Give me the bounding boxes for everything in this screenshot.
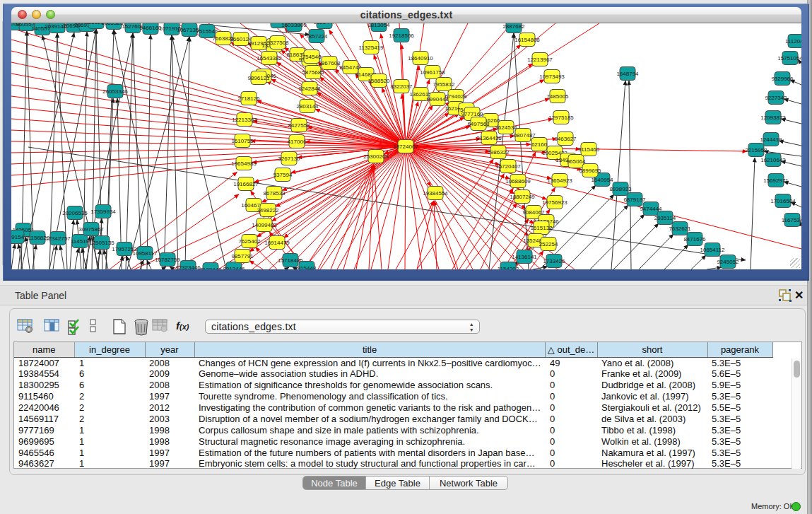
svg-text:15751054: 15751054 xyxy=(777,55,801,62)
svg-text:16154808: 16154808 xyxy=(514,37,540,43)
svg-text:417006: 417006 xyxy=(288,139,307,145)
svg-text:1588520: 1588520 xyxy=(367,78,390,84)
svg-text:7625402: 7625402 xyxy=(238,238,261,245)
svg-text:2718126: 2718126 xyxy=(237,95,260,102)
svg-text:16914479: 16914479 xyxy=(264,240,290,246)
svg-text:754546: 754546 xyxy=(302,54,322,60)
svg-text:9327508: 9327508 xyxy=(266,40,289,46)
svg-text:7632621: 7632621 xyxy=(669,226,691,232)
svg-text:7485005: 7485005 xyxy=(546,93,569,100)
svg-text:9242848: 9242848 xyxy=(298,86,321,92)
svg-text:10973493: 10973493 xyxy=(539,74,565,80)
svg-text:3624534: 3624534 xyxy=(495,124,517,131)
svg-text:5875685: 5875685 xyxy=(302,69,324,76)
svg-text:18807249: 18807249 xyxy=(510,194,535,200)
svg-text:2887682: 2887682 xyxy=(502,23,525,30)
svg-text:62160: 62160 xyxy=(531,141,548,148)
svg-text:6497568: 6497568 xyxy=(467,121,490,127)
svg-text:10958117: 10958117 xyxy=(133,250,158,257)
svg-text:19756923: 19756923 xyxy=(542,199,567,206)
svg-text:1615132: 1615132 xyxy=(530,225,553,231)
svg-text:12323446: 12323446 xyxy=(175,264,201,270)
svg-text:9123447: 9123447 xyxy=(313,23,336,25)
svg-text:39154: 39154 xyxy=(11,234,25,240)
svg-text:9329966: 9329966 xyxy=(771,76,794,82)
svg-text:1112045: 1112045 xyxy=(785,38,801,45)
svg-text:19384554: 19384554 xyxy=(423,190,448,197)
svg-text:18724007: 18724007 xyxy=(393,144,418,150)
svg-text:8678533: 8678533 xyxy=(263,190,286,197)
svg-text:1648794: 1648794 xyxy=(616,71,639,77)
svg-text:14099483: 14099483 xyxy=(252,222,277,228)
svg-text:30975867: 30975867 xyxy=(78,226,104,233)
svg-text:965064: 965064 xyxy=(567,158,586,165)
svg-text:7955812: 7955812 xyxy=(433,81,455,88)
svg-text:9463627: 9463627 xyxy=(554,136,577,142)
svg-text:1610755: 1610755 xyxy=(231,138,254,144)
svg-text:8813054: 8813054 xyxy=(367,23,390,28)
svg-text:9123448: 9123448 xyxy=(199,267,222,270)
svg-text:16210643: 16210643 xyxy=(760,157,786,163)
svg-text:915448: 915448 xyxy=(298,265,317,270)
svg-text:10961758: 10961758 xyxy=(420,69,445,76)
svg-text:6899695: 6899695 xyxy=(579,168,601,174)
svg-text:12975185: 12975185 xyxy=(548,115,574,121)
svg-text:9115460: 9115460 xyxy=(578,146,600,153)
svg-text:16782759: 16782759 xyxy=(155,257,180,263)
svg-text:10654112: 10654112 xyxy=(700,247,726,253)
svg-text:19166827: 19166827 xyxy=(233,181,259,187)
svg-text:11325419: 11325419 xyxy=(359,45,384,51)
svg-text:9245052: 9245052 xyxy=(717,259,739,265)
svg-text:8913446: 8913446 xyxy=(223,266,245,270)
svg-text:26053346: 26053346 xyxy=(102,88,128,95)
svg-text:6794028: 6794028 xyxy=(445,93,467,100)
svg-text:2803144: 2803144 xyxy=(296,103,319,110)
svg-text:9857791: 9857791 xyxy=(231,253,254,259)
svg-text:9227342: 9227342 xyxy=(765,95,787,101)
svg-text:1167534: 1167534 xyxy=(782,217,801,223)
svg-text:21364436: 21364436 xyxy=(476,135,502,141)
svg-text:19218506: 19218506 xyxy=(389,33,414,39)
svg-text:7986322: 7986322 xyxy=(487,149,510,156)
svg-text:9777169: 9777169 xyxy=(461,111,483,117)
svg-text:6879197: 6879197 xyxy=(623,197,646,203)
svg-text:3498222: 3498222 xyxy=(257,207,279,214)
svg-text:25300203: 25300203 xyxy=(363,153,389,160)
svg-text:17016504: 17016504 xyxy=(770,198,796,204)
svg-text:16033809: 16033809 xyxy=(281,23,307,28)
svg-text:18640910: 18640910 xyxy=(408,55,433,62)
svg-text:8471676: 8471676 xyxy=(683,236,706,243)
svg-text:9896121: 9896121 xyxy=(247,75,270,81)
svg-text:7857224: 7857224 xyxy=(305,33,328,40)
svg-text:10807487: 10807487 xyxy=(510,132,536,139)
svg-text:2935114: 2935114 xyxy=(654,215,676,221)
svg-text:12093873: 12093873 xyxy=(760,115,786,121)
svg-text:12213967: 12213967 xyxy=(527,57,553,63)
svg-text:8938923: 8938923 xyxy=(609,186,632,192)
svg-text:7515546: 7515546 xyxy=(196,28,218,35)
svg-text:16543382: 16543382 xyxy=(257,55,282,62)
svg-text:14136141: 14136141 xyxy=(512,254,537,260)
svg-text:537594: 537594 xyxy=(273,172,293,178)
svg-text:12213363: 12213363 xyxy=(232,117,257,123)
svg-text:1154202: 1154202 xyxy=(498,266,519,270)
svg-text:8427552: 8427552 xyxy=(288,122,310,129)
svg-text:20206535: 20206535 xyxy=(62,210,88,216)
svg-text:10688609: 10688609 xyxy=(505,178,531,185)
svg-text:13654923: 13654923 xyxy=(547,177,572,184)
svg-text:2867608: 2867608 xyxy=(318,60,341,66)
svg-text:1244419: 1244419 xyxy=(760,136,782,143)
svg-text:1733426: 1733426 xyxy=(543,258,565,264)
svg-text:8322037: 8322037 xyxy=(390,83,413,90)
svg-text:3267130: 3267130 xyxy=(278,156,300,162)
svg-text:12342757: 12342757 xyxy=(45,235,71,242)
svg-text:17359934: 17359934 xyxy=(90,209,116,215)
svg-text:15720407: 15720407 xyxy=(495,163,521,170)
svg-text:19654983: 19654983 xyxy=(231,160,257,167)
svg-text:252254: 252254 xyxy=(539,241,558,247)
svg-text:3215958: 3215958 xyxy=(745,147,767,153)
svg-text:15692971: 15692971 xyxy=(763,177,789,184)
svg-text:12505135: 12505135 xyxy=(89,240,114,246)
svg-text:9474444: 9474444 xyxy=(640,206,662,212)
svg-text:114519: 114519 xyxy=(71,238,90,245)
